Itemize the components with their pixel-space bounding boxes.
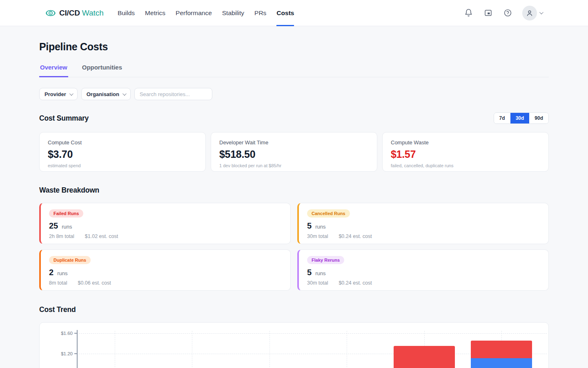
organisation-filter-button[interactable]: Organisation (81, 88, 131, 100)
bar-segment-blue (471, 358, 532, 368)
grid-line-vertical (270, 331, 270, 368)
run-count-unit: runs (57, 270, 67, 276)
card-value: $3.70 (48, 148, 197, 160)
waste-breakdown-heading: Waste Breakdown (39, 186, 99, 195)
total-duration: 2h 8m total (49, 233, 74, 239)
card-label: Developer Wait Time (219, 139, 369, 146)
cost-trend-header: Cost Trend (39, 305, 549, 314)
brand-name-secondary: Watch (82, 9, 104, 18)
estimated-cost: $0.24 est. cost (339, 233, 372, 239)
grid-line-vertical (347, 331, 347, 368)
provider-filter-label: Provider (45, 91, 66, 97)
run-count: 5 (307, 221, 312, 231)
brand-name-primary: CI/CD (59, 9, 80, 18)
range-30d-button[interactable]: 30d (510, 113, 530, 123)
notifications-bell-icon[interactable] (463, 8, 473, 18)
chevron-down-icon (539, 11, 542, 14)
waste-breakdown-cards: Failed Runs 25 runs 2h 8m total $1.02 es… (39, 203, 549, 291)
nav-item-prs[interactable]: PRs (254, 0, 266, 26)
nav-item-costs[interactable]: Costs (276, 0, 294, 26)
bar-segment-red (471, 341, 532, 359)
cost-summary-header: Cost Summary 7d 30d 90d (39, 112, 549, 124)
chevron-down-icon (122, 92, 127, 96)
cost-summary-heading: Cost Summary (39, 114, 89, 123)
grid-line-vertical (115, 331, 115, 368)
total-duration: 8m total (49, 280, 67, 286)
compute-cost-card: Compute Cost $3.70 estimated spend (39, 132, 206, 172)
card-label: Compute Cost (48, 139, 197, 146)
range-90d-button[interactable]: 90d (529, 113, 548, 123)
run-count: 2 (49, 268, 53, 277)
nav-item-builds[interactable]: Builds (118, 0, 135, 26)
changelog-panel-icon[interactable] (483, 8, 493, 18)
organisation-filter-label: Organisation (87, 91, 119, 97)
duplicate-runs-card: Duplicate Runs 2 runs 8m total $0.06 est… (39, 249, 291, 291)
repository-search-input[interactable] (134, 88, 212, 100)
page-tabs: Overview Opportunities (39, 64, 549, 77)
y-axis-line (77, 330, 78, 368)
nav-item-stability[interactable]: Stability (222, 0, 244, 26)
range-7d-button[interactable]: 7d (494, 113, 510, 123)
cost-trend-chart: $1.60$1.20$0.80 (39, 322, 549, 368)
nav-item-performance[interactable]: Performance (176, 0, 212, 26)
developer-wait-time-card: Developer Wait Time $518.50 1 dev blocke… (211, 132, 377, 172)
waste-breakdown-header: Waste Breakdown (39, 186, 549, 195)
cost-trend-heading: Cost Trend (39, 305, 76, 314)
estimated-cost: $1.02 est. cost (85, 233, 118, 239)
run-count-unit: runs (315, 270, 325, 276)
run-count: 5 (307, 268, 312, 277)
run-count-unit: runs (62, 224, 72, 230)
help-icon[interactable] (503, 8, 512, 18)
top-nav: CI/CD Watch Builds Metrics Performance S… (0, 0, 588, 26)
estimated-cost: $0.24 est. cost (339, 280, 372, 286)
filter-bar: Provider Organisation (39, 88, 549, 100)
page-title: Pipeline Costs (39, 41, 549, 53)
tab-overview[interactable]: Overview (39, 64, 68, 77)
brand-logo[interactable]: CI/CD Watch (46, 8, 104, 18)
cost-summary-cards: Compute Cost $3.70 estimated spend Devel… (39, 132, 549, 172)
cancelled-runs-badge: Cancelled Runs (307, 209, 350, 218)
tab-opportunities[interactable]: Opportunities (81, 64, 123, 77)
grid-line-horizontal (77, 333, 547, 334)
run-count-unit: runs (315, 224, 325, 230)
cancelled-runs-card: Cancelled Runs 5 runs 30m total $0.24 es… (297, 203, 549, 244)
failed-runs-badge: Failed Runs (49, 209, 83, 218)
compute-waste-card: Compute Waste $1.57 failed, cancelled, d… (382, 132, 549, 172)
bar-segment-red (394, 346, 455, 368)
main-nav: Builds Metrics Performance Stability PRs… (118, 0, 294, 26)
nav-right-actions (463, 6, 542, 20)
card-value: $1.57 (391, 148, 540, 160)
y-axis-tick-label: $1.20 (54, 351, 73, 356)
card-subtext: failed, cancelled, duplicate runs (391, 163, 540, 168)
eye-logo-icon (46, 8, 56, 18)
user-avatar-icon (522, 6, 537, 20)
flaky-reruns-badge: Flaky Reruns (307, 256, 344, 264)
flaky-reruns-card: Flaky Reruns 5 runs 30m total $0.24 est.… (297, 249, 549, 291)
chevron-down-icon (69, 92, 74, 96)
run-count: 25 (49, 221, 58, 231)
duplicate-runs-badge: Duplicate Runs (49, 256, 91, 264)
total-duration: 30m total (307, 233, 328, 239)
failed-runs-card: Failed Runs 25 runs 2h 8m total $1.02 es… (39, 203, 291, 244)
card-subtext: 1 dev blocked per run at $85/hr (219, 163, 369, 168)
nav-item-metrics[interactable]: Metrics (145, 0, 165, 26)
card-subtext: estimated spend (48, 163, 197, 168)
provider-filter-button[interactable]: Provider (39, 88, 78, 100)
time-range-toggle: 7d 30d 90d (494, 112, 549, 124)
estimated-cost: $0.06 est. cost (78, 280, 111, 286)
page-content: Pipeline Costs Overview Opportunities Pr… (0, 41, 588, 368)
user-menu[interactable] (522, 6, 542, 20)
grid-line-vertical (192, 331, 192, 368)
y-axis-tick-label: $1.60 (54, 331, 73, 336)
total-duration: 30m total (307, 280, 328, 286)
card-label: Compute Waste (391, 139, 540, 146)
card-value: $518.50 (219, 148, 369, 160)
